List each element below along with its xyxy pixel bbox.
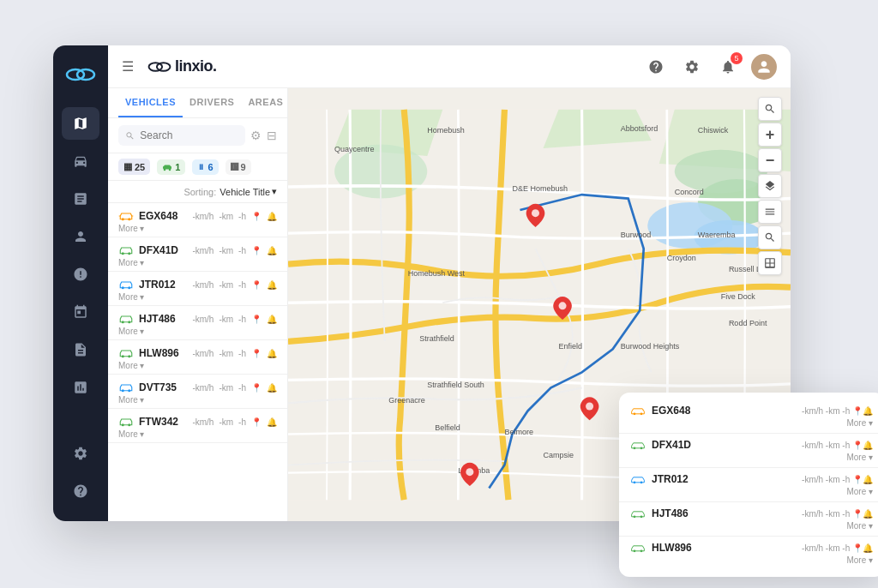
location-icon-dvt735: 📍	[251, 383, 262, 393]
search-input[interactable]	[140, 129, 238, 141]
tab-drivers[interactable]: DRIVERS	[183, 88, 241, 117]
fc-vehicle-item-egx648[interactable]: EGX648 -km/h -km -h 📍🔔 More ▾	[619, 399, 878, 434]
vehicle-item-egx648[interactable]: EGX648 -km/h -km -h 📍 🔔 More ▾	[108, 203, 287, 237]
svg-point-20	[122, 389, 124, 392]
fc-vehicle-icon-hlw896	[631, 543, 645, 554]
fc-vehicle-item-hlw896[interactable]: HLW896 -km/h -km -h 📍🔔 More ▾	[619, 537, 878, 570]
top-header: ☰ linxio.	[108, 45, 791, 88]
svg-point-66	[640, 481, 643, 483]
filter-icon[interactable]: ⊟	[267, 129, 277, 142]
sidebar-item-drivers[interactable]	[62, 220, 99, 253]
stat-total[interactable]: ▦ 25	[118, 159, 150, 175]
stat-green[interactable]: 1	[157, 159, 185, 175]
map-layers-button[interactable]	[758, 174, 782, 198]
fc-vehicle-stats-hjt486: -km/h -km -h 📍🔔	[695, 509, 873, 519]
fc-more-btn-egx648[interactable]: More ▾	[631, 418, 873, 428]
sidebar-item-help[interactable]	[62, 475, 99, 507]
vehicle-speed-hlw896: -km/h	[192, 349, 213, 358]
svg-point-56	[532, 209, 539, 217]
fc-vehicle-stats-hlw896: -km/h -km -h 📍🔔	[699, 543, 873, 553]
stats-row: ▦ 25 1 ⏸ 6 🅿 9	[108, 153, 287, 181]
more-btn-egx648[interactable]: More ▾	[118, 224, 277, 233]
svg-point-6	[164, 168, 166, 171]
fc-vehicle-item-hjt486[interactable]: HJT486 -km/h -km -h 📍🔔 More ▾	[619, 502, 878, 537]
vehicle-name-dvt735: DVT735	[139, 381, 187, 393]
svg-point-23	[128, 423, 130, 426]
hamburger-button[interactable]: ☰	[122, 58, 134, 75]
more-btn-dfx41d[interactable]: More ▾	[118, 258, 277, 267]
vehicle-item-jtr012[interactable]: JTR012 -km/h -km -h 📍 🔔 More ▾	[108, 272, 287, 306]
fc-more-btn-hlw896[interactable]: More ▾	[631, 555, 873, 565]
vehicle-name-hjt486: HJT486	[139, 313, 187, 325]
notification-badge: 5	[731, 52, 743, 64]
svg-text:Belfield: Belfield	[435, 423, 460, 432]
map-controls: + −	[758, 97, 782, 275]
svg-point-63	[634, 447, 636, 449]
fc-more-btn-jtr012[interactable]: More ▾	[631, 487, 873, 496]
more-btn-jtr012[interactable]: More ▾	[118, 292, 277, 302]
stat-gray[interactable]: 🅿 9	[226, 159, 251, 175]
sorting-value[interactable]: Vehicle Title ▾	[220, 186, 277, 197]
more-btn-hjt486[interactable]: More ▾	[118, 327, 277, 336]
map-grid-button[interactable]	[758, 251, 782, 275]
user-avatar[interactable]	[751, 54, 777, 80]
floating-card-inner: EGX648 -km/h -km -h 📍🔔 More ▾	[619, 393, 878, 577]
floating-vehicle-card: EGX648 -km/h -km -h 📍🔔 More ▾	[619, 393, 878, 577]
tab-vehicles[interactable]: VEHICLES	[118, 88, 183, 117]
svg-point-7	[169, 168, 171, 171]
vehicle-name-hlw896: HLW896	[139, 347, 187, 359]
svg-text:Enfield: Enfield	[559, 342, 583, 351]
sidebar-item-map[interactable]	[62, 107, 99, 140]
sidebar-item-settings[interactable]	[62, 437, 99, 470]
fc-vehicle-item-jtr012[interactable]: JTR012 -km/h -km -h 📍🔔 More ▾	[619, 468, 878, 502]
map-zoom-out-button[interactable]: −	[758, 148, 782, 172]
vehicle-time-ftw342: -h	[238, 417, 246, 427]
tab-areas[interactable]: AREAS	[241, 88, 288, 117]
vehicle-item-hjt486[interactable]: HJT486 -km/h -km -h 📍 🔔 More ▾	[108, 306, 287, 340]
map-search-button[interactable]	[758, 97, 782, 121]
settings-button[interactable]	[679, 54, 705, 80]
map-menu-button[interactable]	[758, 200, 782, 224]
vehicle-dist-ftw342: -km	[219, 417, 233, 427]
svg-point-13	[128, 252, 130, 255]
sidebar-item-alerts[interactable]	[62, 258, 99, 291]
map-zoom-in-button[interactable]: +	[758, 123, 782, 147]
vehicle-item-dvt735[interactable]: DVT735 -km/h -km -h 📍 🔔 More ▾	[108, 375, 287, 409]
vehicle-item-hlw896[interactable]: HLW896 -km/h -km -h 📍 🔔 More ▾	[108, 340, 287, 375]
fc-vehicle-item-dfx41d[interactable]: DFX41D -km/h -km -h 📍🔔 More ▾	[619, 434, 878, 468]
vehicle-icon-jtr012	[118, 279, 134, 291]
vehicle-stats-jtr012: -km/h -km -h 📍 🔔	[192, 280, 277, 290]
sidebar-item-documents[interactable]	[62, 333, 99, 366]
vehicle-item-ftw342[interactable]: FTW342 -km/h -km -h 📍 🔔 More ▾	[108, 409, 287, 443]
settings-filter-icon[interactable]: ⚙	[250, 129, 262, 142]
svg-text:Strathfield: Strathfield	[419, 334, 454, 343]
svg-point-3	[157, 63, 171, 70]
svg-point-58	[586, 403, 593, 411]
more-btn-ftw342[interactable]: More ▾	[118, 429, 277, 439]
sidebar-item-reports[interactable]	[62, 183, 99, 215]
sidebar-item-vehicles[interactable]	[62, 145, 99, 177]
map-zoom-fit-button[interactable]	[758, 225, 782, 249]
fc-vehicle-stats-jtr012: -km/h -km -h 📍🔔	[695, 475, 873, 484]
sidebar-item-calendar[interactable]	[62, 296, 99, 328]
more-btn-dvt735[interactable]: More ▾	[118, 395, 277, 405]
svg-text:Homebush: Homebush	[427, 126, 465, 135]
help-button[interactable]	[643, 54, 669, 80]
fc-more-btn-dfx41d[interactable]: More ▾	[631, 453, 873, 462]
svg-point-70	[640, 549, 643, 552]
vehicle-speed-jtr012: -km/h	[192, 280, 213, 290]
vehicle-speed-hjt486: -km/h	[192, 315, 213, 324]
svg-point-9	[128, 218, 130, 220]
more-btn-hlw896[interactable]: More ▾	[118, 361, 277, 370]
stat-blue[interactable]: ⏸ 6	[192, 159, 218, 175]
svg-text:Greenacre: Greenacre	[388, 396, 425, 405]
vehicle-item-dfx41d[interactable]: DFX41D -km/h -km -h 📍 🔔 More ▾	[108, 237, 287, 272]
svg-point-64	[640, 447, 643, 449]
vehicle-name-jtr012: JTR012	[139, 279, 187, 291]
notification-button[interactable]: 5	[715, 54, 741, 80]
sidebar-item-analytics[interactable]	[62, 371, 99, 404]
fc-more-btn-hjt486[interactable]: More ▾	[631, 521, 873, 531]
tabs-bar: VEHICLES DRIVERS AREAS	[108, 88, 287, 118]
fc-vehicle-icon-dfx41d	[631, 440, 645, 451]
search-input-wrap[interactable]	[118, 125, 245, 146]
